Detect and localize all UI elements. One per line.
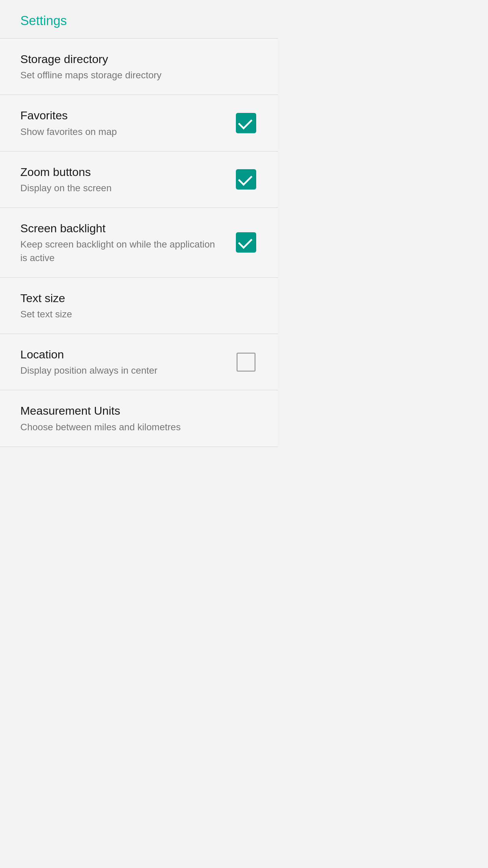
- checkbox-favorites[interactable]: [235, 112, 258, 135]
- checkbox-checked-icon-zoom-buttons: [236, 169, 256, 190]
- item-title-location: Location: [20, 347, 221, 362]
- checkbox-screen-backlight[interactable]: [235, 231, 258, 254]
- settings-item-measurement-units[interactable]: Measurement UnitsChoose between miles an…: [0, 390, 278, 446]
- checkbox-checked-icon-favorites: [236, 113, 256, 133]
- page-header: Settings: [0, 0, 278, 38]
- settings-item-zoom-buttons[interactable]: Zoom buttonsDisplay on the screen: [0, 152, 278, 208]
- item-text-measurement-units: Measurement UnitsChoose between miles an…: [20, 403, 258, 433]
- page-title: Settings: [20, 14, 258, 28]
- item-subtitle-zoom-buttons: Display on the screen: [20, 181, 221, 195]
- settings-item-favorites[interactable]: FavoritesShow favorites on map: [0, 95, 278, 151]
- item-text-zoom-buttons: Zoom buttonsDisplay on the screen: [20, 164, 235, 195]
- item-title-storage-directory: Storage directory: [20, 52, 244, 66]
- divider-end: [0, 447, 278, 447]
- item-text-storage-directory: Storage directorySet offline maps storag…: [20, 52, 258, 82]
- item-text-favorites: FavoritesShow favorites on map: [20, 108, 235, 138]
- settings-item-text-size[interactable]: Text sizeSet text size: [0, 278, 278, 334]
- item-title-text-size: Text size: [20, 291, 244, 305]
- checkbox-unchecked-icon-location: [237, 353, 256, 372]
- item-title-screen-backlight: Screen backlight: [20, 221, 221, 236]
- item-title-zoom-buttons: Zoom buttons: [20, 164, 221, 179]
- item-subtitle-screen-backlight: Keep screen backlight on while the appli…: [20, 238, 221, 264]
- checkbox-checked-icon-screen-backlight: [236, 232, 256, 253]
- item-title-favorites: Favorites: [20, 108, 221, 123]
- item-subtitle-location: Display position always in center: [20, 364, 221, 377]
- item-title-measurement-units: Measurement Units: [20, 403, 244, 418]
- settings-item-location[interactable]: LocationDisplay position always in cente…: [0, 334, 278, 390]
- settings-item-screen-backlight[interactable]: Screen backlightKeep screen backlight on…: [0, 208, 278, 277]
- settings-item-storage-directory[interactable]: Storage directorySet offline maps storag…: [0, 39, 278, 95]
- item-text-location: LocationDisplay position always in cente…: [20, 347, 235, 377]
- checkbox-zoom-buttons[interactable]: [235, 168, 258, 191]
- item-subtitle-favorites: Show favorites on map: [20, 125, 221, 138]
- item-text-screen-backlight: Screen backlightKeep screen backlight on…: [20, 221, 235, 264]
- item-subtitle-text-size: Set text size: [20, 308, 244, 321]
- checkbox-location[interactable]: [235, 351, 258, 374]
- item-subtitle-storage-directory: Set offline maps storage directory: [20, 68, 244, 82]
- item-text-text-size: Text sizeSet text size: [20, 291, 258, 321]
- item-subtitle-measurement-units: Choose between miles and kilometres: [20, 420, 244, 434]
- settings-list: Storage directorySet offline maps storag…: [0, 38, 278, 447]
